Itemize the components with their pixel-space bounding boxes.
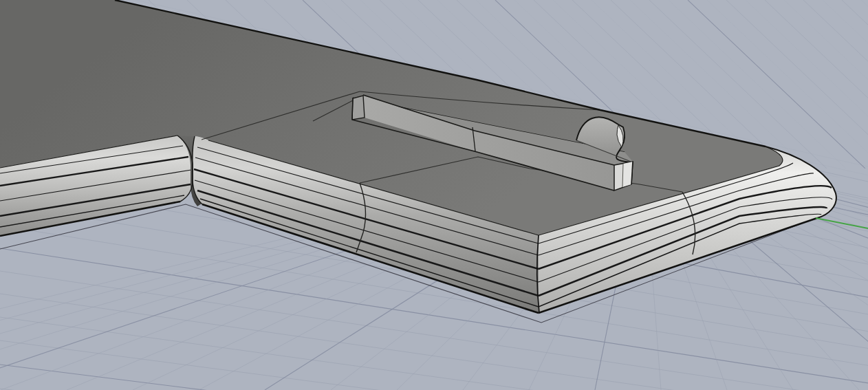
3d-canvas[interactable] — [0, 0, 868, 390]
y-axis-line — [816, 218, 868, 228]
bar-west-cap[interactable] — [352, 96, 365, 120]
cad-viewport[interactable] — [0, 0, 868, 390]
